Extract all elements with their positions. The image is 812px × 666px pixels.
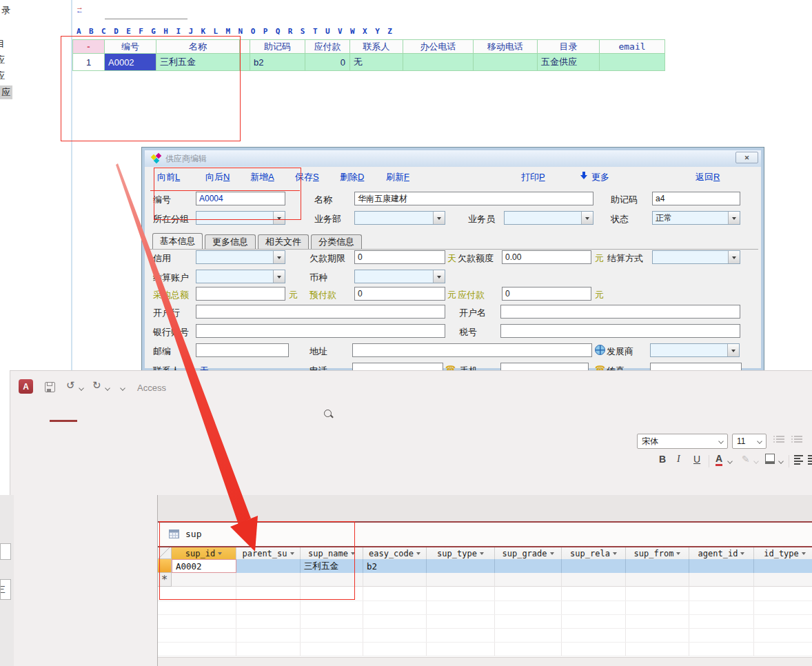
grid-cell[interactable] xyxy=(403,54,474,71)
grid-column-header[interactable]: 名称 xyxy=(156,39,240,54)
column-letter[interactable]: E xyxy=(126,27,131,36)
column-letter[interactable]: R xyxy=(288,27,293,36)
align-center-icon[interactable] xyxy=(808,455,812,465)
numbering-icon[interactable] xyxy=(794,436,802,443)
grid-column-header[interactable]: 编号 xyxy=(105,39,156,54)
column-dropdown-icon[interactable] xyxy=(290,552,294,557)
code-input[interactable]: A0004 xyxy=(196,192,285,205)
tab-category-info[interactable]: 分类信息 xyxy=(311,234,362,249)
select-all-cell[interactable] xyxy=(158,547,172,559)
datasheet-column-header[interactable]: id_type xyxy=(754,547,812,559)
font-size-combobox[interactable]: 11 xyxy=(732,434,767,449)
column-letter[interactable]: X xyxy=(363,27,367,36)
column-letter[interactable]: I xyxy=(176,27,181,36)
name-input[interactable]: 华南五康建材 xyxy=(354,192,593,205)
datasheet-empty-cell[interactable] xyxy=(427,573,495,587)
column-letter[interactable]: L xyxy=(214,27,219,36)
currency-combobox[interactable] xyxy=(354,270,445,283)
datasheet-column-header[interactable]: sup_from xyxy=(626,547,689,559)
dept-combobox[interactable] xyxy=(354,211,445,225)
qat-customize-icon[interactable] xyxy=(120,385,125,391)
column-letter[interactable]: O xyxy=(251,27,256,36)
column-dropdown-icon[interactable] xyxy=(613,552,617,557)
group-combobox[interactable] xyxy=(196,211,285,225)
grid-cell[interactable]: 1 xyxy=(72,54,105,71)
datasheet-cell[interactable] xyxy=(562,559,626,573)
datasheet-column-header[interactable]: sup_name xyxy=(301,547,363,559)
supplier-grid-row[interactable]: 1A0002三利五金b20无五金供应 xyxy=(72,54,665,71)
grid-cell[interactable]: 三利五金 xyxy=(156,54,240,71)
redo-icon[interactable]: ↻ xyxy=(92,379,101,392)
column-letter[interactable]: N xyxy=(238,27,243,36)
datasheet-column-header[interactable]: sup_type xyxy=(427,547,495,559)
grid-column-header[interactable]: - xyxy=(72,39,105,54)
datasheet-empty-cell[interactable] xyxy=(236,573,301,587)
datasheet-empty-cell[interactable] xyxy=(301,573,363,587)
datasheet-empty-cell[interactable] xyxy=(495,573,562,587)
datasheet-empty-cell[interactable] xyxy=(626,573,689,587)
datasheet-empty-cell[interactable] xyxy=(754,573,812,587)
add-button[interactable]: 新增A xyxy=(250,171,274,183)
column-letter[interactable]: Z xyxy=(387,27,392,36)
datasheet-column-header[interactable]: sup_rela xyxy=(562,547,626,559)
datasheet-empty-cell[interactable] xyxy=(172,573,236,587)
access-logo-icon[interactable]: A xyxy=(19,379,33,394)
search-underline-field[interactable] xyxy=(105,19,187,19)
datasheet-column-header[interactable]: parent_su xyxy=(236,547,301,559)
datasheet-column-header[interactable]: easy_code xyxy=(363,547,427,559)
grid-cell[interactable]: 五金供应 xyxy=(538,54,600,71)
datasheet-column-header[interactable]: sup_id xyxy=(172,547,236,559)
bullets-icon[interactable] xyxy=(776,436,784,443)
current-record-selector[interactable] xyxy=(158,559,172,573)
undo-icon[interactable]: ↺ xyxy=(66,379,75,392)
print-button[interactable]: 打印P xyxy=(521,171,545,183)
settle-account-combobox[interactable] xyxy=(196,270,285,283)
grid-cell[interactable]: b2 xyxy=(250,54,305,71)
bank-input[interactable] xyxy=(196,305,445,319)
column-letter[interactable]: K xyxy=(201,27,205,36)
settle-method-combobox[interactable] xyxy=(652,250,740,264)
font-color-button[interactable]: A xyxy=(715,454,722,466)
column-letter[interactable]: U xyxy=(325,27,330,36)
datasheet-column-header[interactable]: agent_id xyxy=(689,547,754,559)
tab-more-info[interactable]: 更多信息 xyxy=(205,234,256,249)
highlight-button[interactable]: ✎ xyxy=(742,454,750,465)
grid-cell[interactable] xyxy=(240,54,250,71)
status-combobox[interactable]: 正常 xyxy=(652,211,740,225)
datasheet-cell[interactable]: 三利五金 xyxy=(301,559,363,573)
datasheet-cell[interactable] xyxy=(495,559,562,573)
refresh-button[interactable]: 刷新F xyxy=(386,171,409,183)
datasheet-cell[interactable]: b2 xyxy=(363,559,427,573)
zip-input[interactable] xyxy=(196,343,289,357)
nav-next-button[interactable]: 向后N xyxy=(205,171,230,183)
column-letter[interactable]: G xyxy=(151,27,156,36)
column-dropdown-icon[interactable] xyxy=(218,552,222,557)
debt-term-input[interactable]: 0 xyxy=(354,250,445,264)
grid-cell[interactable] xyxy=(474,54,538,71)
datasheet-active-cell[interactable]: A0002 xyxy=(172,559,236,573)
purchase-total-input[interactable] xyxy=(196,287,285,301)
datasheet-new-row[interactable] xyxy=(172,573,812,587)
datasheet-cell[interactable] xyxy=(236,559,301,573)
column-letter[interactable]: S xyxy=(301,27,305,36)
grid-column-header[interactable]: 目录 xyxy=(538,39,600,54)
datasheet-column-header[interactable]: sup_grade xyxy=(495,547,562,559)
mnemonic-input[interactable]: a4 xyxy=(652,192,740,205)
datasheet-cell[interactable] xyxy=(427,559,495,573)
grid-column-header[interactable]: 应付款 xyxy=(305,39,350,54)
column-dropdown-icon[interactable] xyxy=(676,552,680,557)
swap-arrows-icon[interactable]: →← xyxy=(76,5,83,13)
datasheet-empty-cell[interactable] xyxy=(689,573,754,587)
grid-cell[interactable]: 无 xyxy=(350,54,403,71)
tax-no-input[interactable] xyxy=(500,324,740,338)
developer-combobox[interactable] xyxy=(650,343,740,357)
column-dropdown-icon[interactable] xyxy=(351,552,355,557)
column-letter[interactable]: C xyxy=(101,27,106,36)
column-dropdown-icon[interactable] xyxy=(416,552,420,557)
grid-column-header[interactable]: 助记码 xyxy=(250,39,305,54)
more-button[interactable]: 更多 xyxy=(591,171,609,183)
column-dropdown-icon[interactable] xyxy=(480,552,484,557)
back-button[interactable]: 返回R xyxy=(696,171,720,183)
salesman-combobox[interactable] xyxy=(504,211,593,225)
grid-cell[interactable] xyxy=(600,54,665,71)
